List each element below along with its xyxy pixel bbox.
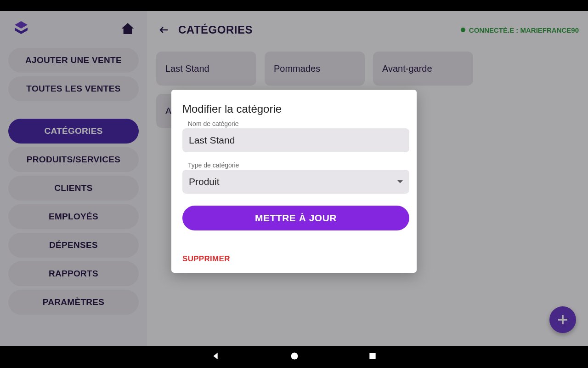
update-button[interactable]: METTRE À JOUR [182,206,409,230]
category-name-input[interactable] [182,128,409,152]
nav-home-icon[interactable] [290,351,299,362]
edit-category-modal: Modifier la catégorie Nom de catégorie T… [171,90,417,273]
svg-point-3 [291,353,298,360]
nav-recent-icon[interactable] [368,351,377,362]
android-status-bar [0,0,588,11]
category-type-select[interactable]: Produit [182,170,409,194]
category-type-label: Type de catégorie [188,161,408,169]
delete-button[interactable]: SUPPRIMER [182,254,230,264]
android-nav-bar [0,346,588,368]
modal-title: Modifier la catégorie [182,103,408,115]
svg-rect-4 [369,353,375,359]
category-name-label: Nom de catégorie [188,120,408,127]
category-type-value: Produit [189,176,220,187]
nav-back-icon[interactable] [211,351,221,363]
chevron-down-icon [397,180,403,183]
